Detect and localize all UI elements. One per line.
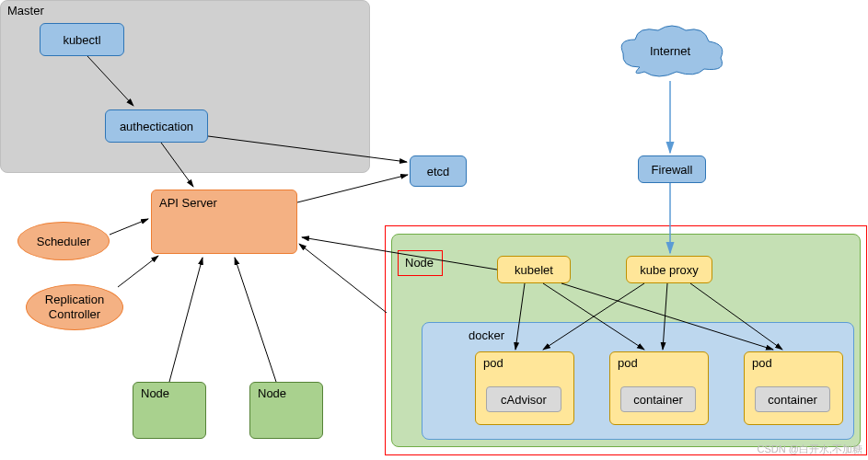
- internet-label: Internet: [650, 44, 690, 58]
- container2-label: container: [768, 393, 816, 407]
- kubeproxy-label: kube proxy: [640, 263, 699, 277]
- pod3-label: pod: [752, 356, 772, 370]
- master-label: Master: [7, 4, 44, 17]
- firewall-box: Firewall: [638, 155, 706, 183]
- node-panel-label: Node: [405, 256, 434, 270]
- scheduler-label: Scheduler: [37, 235, 91, 248]
- cadvisor-box: cAdvisor: [486, 386, 561, 412]
- svg-line-4: [110, 219, 148, 235]
- container1-label: container: [633, 393, 682, 407]
- api-server-label: API Server: [159, 196, 217, 210]
- container2-box: container: [755, 386, 830, 412]
- kubectl-label: kubectl: [63, 33, 100, 47]
- node1-box: Node: [133, 382, 206, 439]
- svg-line-8: [299, 244, 387, 313]
- kubelet-box: kubelet: [497, 256, 571, 283]
- svg-line-7: [235, 258, 276, 382]
- node2-label: Node: [258, 386, 286, 400]
- node1-label: Node: [141, 386, 169, 400]
- firewall-label: Firewall: [652, 163, 693, 177]
- auth-label: authectication: [120, 120, 193, 133]
- rep-controller-box: Replication Controller: [26, 284, 123, 330]
- kubectl-box: kubectl: [40, 23, 124, 56]
- cadvisor-label: cAdvisor: [501, 393, 547, 407]
- scheduler-box: Scheduler: [17, 222, 110, 260]
- pod2-label: pod: [618, 356, 638, 370]
- rep-controller-label: Replication Controller: [45, 293, 104, 321]
- watermark: CSDN @白开水,不加糖: [758, 443, 862, 456]
- svg-line-6: [169, 258, 203, 382]
- kubelet-label: kubelet: [515, 263, 553, 277]
- api-server-box: API Server: [151, 190, 297, 254]
- container1-box: container: [620, 386, 696, 412]
- etcd-label: etcd: [427, 165, 450, 178]
- auth-box: authectication: [105, 109, 208, 143]
- docker-label: docker: [469, 328, 504, 342]
- kubeproxy-box: kube proxy: [626, 256, 712, 283]
- svg-line-5: [118, 256, 158, 287]
- node2-box: Node: [249, 382, 323, 439]
- svg-line-3: [297, 175, 408, 202]
- pod1-label: pod: [483, 356, 503, 370]
- etcd-box: etcd: [410, 155, 467, 187]
